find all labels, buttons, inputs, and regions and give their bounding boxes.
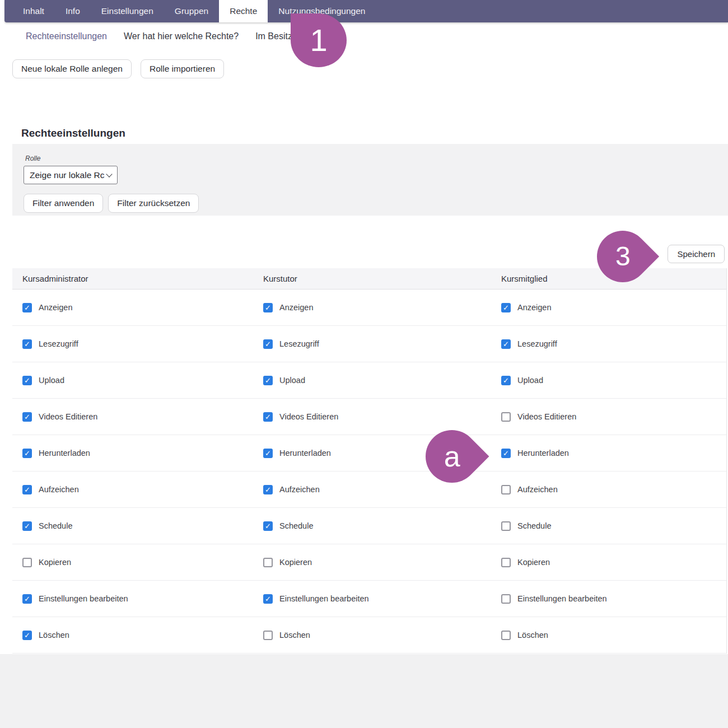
checkbox-kurstutor-kopieren[interactable] xyxy=(263,558,273,567)
checkbox-kurstutor-herunterladen[interactable] xyxy=(263,449,273,458)
subtab-wer-hat-hier-welche-rechte[interactable]: Wer hat hier welche Rechte? xyxy=(124,31,239,41)
permission-label: Schedule xyxy=(39,521,72,530)
permission-cell: Herunterladen xyxy=(491,435,726,471)
page-title: Rechteeinstellungen xyxy=(21,127,125,139)
permissions-table-row: Herunterladen Herunterladen Herunterlade… xyxy=(12,435,726,472)
permission-label: Lesezugriff xyxy=(517,339,557,348)
tab-einstellungen[interactable]: Einstellungen xyxy=(91,0,164,22)
filter-buttons: Filter anwenden Filter zurücksetzen xyxy=(24,194,728,213)
permission-label: Aufzeichen xyxy=(279,485,320,494)
checkbox-kursmitglied-anzeigen[interactable] xyxy=(501,303,511,312)
permission-label: Einstellungen bearbeiten xyxy=(279,594,369,603)
permission-label: Kopieren xyxy=(517,558,550,567)
checkbox-kursadministrator-lesezugriff[interactable] xyxy=(22,339,32,349)
permission-cell: Videos Editieren xyxy=(253,399,491,435)
permission-cell: Kopieren xyxy=(12,544,253,580)
permissions-table-row: Lesezugriff Lesezugriff Lesezugriff xyxy=(12,326,726,362)
permission-cell: Lesezugriff xyxy=(253,326,491,362)
checkbox-kursmitglied-aufzeichen[interactable] xyxy=(501,485,511,494)
checkbox-kurstutor-einstellungen-bearbeiten[interactable] xyxy=(263,594,273,604)
role-select[interactable]: Zeige nur lokale Rc xyxy=(24,166,118,184)
checkbox-kurstutor-l-schen[interactable] xyxy=(263,631,273,640)
new-local-role-button[interactable]: Neue lokale Rolle anlegen xyxy=(12,59,132,78)
subtab-im-besitz[interactable]: Im Besitz xyxy=(255,31,292,41)
permissions-table-row: Kopieren Kopieren Kopieren xyxy=(12,544,726,581)
checkbox-kurstutor-aufzeichen[interactable] xyxy=(263,485,273,494)
tab-info[interactable]: Info xyxy=(55,0,91,22)
permissions-table-row: Upload Upload Upload xyxy=(12,362,726,399)
checkbox-kursmitglied-schedule[interactable] xyxy=(501,521,511,531)
apply-filter-button[interactable]: Filter anwenden xyxy=(24,194,103,213)
permission-label: Herunterladen xyxy=(279,449,331,458)
permission-label: Kopieren xyxy=(279,558,312,567)
checkbox-kursadministrator-herunterladen[interactable] xyxy=(22,449,32,458)
checkbox-kursmitglied-upload[interactable] xyxy=(501,376,511,385)
checkbox-kursmitglied-l-schen[interactable] xyxy=(501,631,511,640)
permission-cell: Löschen xyxy=(253,617,491,653)
permission-cell: Aufzeichen xyxy=(491,472,726,507)
permission-cell: Einstellungen bearbeiten xyxy=(253,581,491,617)
checkbox-kursmitglied-kopieren[interactable] xyxy=(501,558,511,567)
checkbox-kursmitglied-einstellungen-bearbeiten[interactable] xyxy=(501,594,511,604)
checkbox-kursadministrator-einstellungen-bearbeiten[interactable] xyxy=(22,594,32,604)
checkbox-kursadministrator-aufzeichen[interactable] xyxy=(22,485,32,494)
save-button[interactable]: Speichern xyxy=(668,245,725,263)
checkbox-kursmitglied-videos-editieren[interactable] xyxy=(501,412,511,422)
permission-label: Upload xyxy=(279,376,305,385)
permission-label: Anzeigen xyxy=(517,303,551,312)
tab-inhalt[interactable]: Inhalt xyxy=(12,0,55,22)
import-role-button[interactable]: Rolle importieren xyxy=(141,59,224,78)
checkbox-kursadministrator-kopieren[interactable] xyxy=(22,558,32,567)
permission-label: Aufzeichen xyxy=(39,485,79,494)
checkbox-kursadministrator-anzeigen[interactable] xyxy=(22,303,32,312)
checkbox-kurstutor-anzeigen[interactable] xyxy=(263,303,273,312)
subtab-rechteeinstellungen[interactable]: Rechteeinstellungen xyxy=(26,31,107,41)
checkbox-kurstutor-lesezugriff[interactable] xyxy=(263,339,273,349)
annotation-balloon-1-label: 1 xyxy=(310,25,327,56)
permission-label: Anzeigen xyxy=(279,303,313,312)
permission-cell: Lesezugriff xyxy=(491,326,726,362)
permission-cell: Videos Editieren xyxy=(491,399,726,435)
permissions-table-row: Aufzeichen Aufzeichen Aufzeichen xyxy=(12,472,726,508)
checkbox-kurstutor-videos-editieren[interactable] xyxy=(263,412,273,422)
permission-label: Einstellungen bearbeiten xyxy=(39,594,128,603)
permission-cell: Upload xyxy=(253,362,491,398)
role-toolbar: Neue lokale Rolle anlegen Rolle importie… xyxy=(12,59,224,78)
checkbox-kursadministrator-schedule[interactable] xyxy=(22,521,32,531)
column-header-kursadministrator: Kursadministrator xyxy=(12,274,253,283)
tab-gruppen[interactable]: Gruppen xyxy=(164,0,219,22)
tab-rechte[interactable]: Rechte xyxy=(219,0,268,22)
permission-label: Aufzeichen xyxy=(517,485,558,494)
permissions-table: Kursadministrator Kurstutor Kursmitglied… xyxy=(12,268,727,654)
annotation-balloon-1: 1 xyxy=(291,13,347,67)
checkbox-kursadministrator-upload[interactable] xyxy=(22,376,32,385)
checkbox-kursadministrator-videos-editieren[interactable] xyxy=(22,412,32,422)
checkbox-kursadministrator-l-schen[interactable] xyxy=(22,631,32,640)
permission-label: Einstellungen bearbeiten xyxy=(517,594,607,603)
annotation-balloon-a-label: a xyxy=(444,442,460,471)
permission-cell: Schedule xyxy=(491,508,726,544)
permission-cell: Einstellungen bearbeiten xyxy=(491,581,726,617)
permission-label: Löschen xyxy=(279,631,310,640)
permission-cell: Kopieren xyxy=(253,544,491,580)
permission-cell: Herunterladen xyxy=(12,435,253,471)
permission-cell: Aufzeichen xyxy=(12,472,253,507)
permission-cell: Löschen xyxy=(12,617,253,653)
permission-label: Herunterladen xyxy=(517,449,569,458)
permission-cell: Anzeigen xyxy=(491,290,726,325)
permission-cell: Anzeigen xyxy=(12,290,253,325)
chevron-down-icon xyxy=(106,171,112,177)
permission-cell: Löschen xyxy=(491,617,726,653)
checkbox-kurstutor-schedule[interactable] xyxy=(263,521,273,531)
permission-cell: Lesezugriff xyxy=(12,326,253,362)
permission-cell: Upload xyxy=(491,362,726,398)
permission-cell: Upload xyxy=(12,362,253,398)
permission-label: Lesezugriff xyxy=(279,339,319,348)
checkbox-kursmitglied-lesezugriff[interactable] xyxy=(501,339,511,349)
checkbox-kursmitglied-herunterladen[interactable] xyxy=(501,449,511,458)
reset-filter-button[interactable]: Filter zurücksetzen xyxy=(108,194,199,213)
permission-cell: Videos Editieren xyxy=(12,399,253,435)
checkbox-kurstutor-upload[interactable] xyxy=(263,376,273,385)
permission-label: Videos Editieren xyxy=(39,412,97,421)
filter-panel: Rolle Zeige nur lokale Rc Filter anwende… xyxy=(12,144,728,216)
